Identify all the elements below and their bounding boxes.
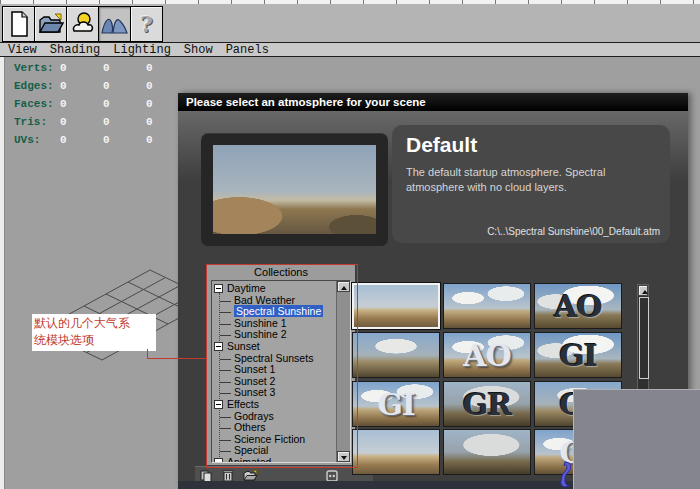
tree-dash-icon xyxy=(220,324,231,325)
collapse-minus-icon[interactable] xyxy=(214,400,223,409)
menu-panels[interactable]: Panels xyxy=(226,43,269,57)
atmosphere-button[interactable] xyxy=(66,6,98,42)
tree-item-sunset-1[interactable]: Sunset 1 xyxy=(212,364,350,376)
hud-label: Edges: xyxy=(14,80,60,92)
atmosphere-thumbnail[interactable] xyxy=(443,429,531,475)
atmosphere-description: The default startup atmosphere. Spectral… xyxy=(406,165,662,195)
hud-row-edges: Edges: 0 0 0 xyxy=(14,77,189,95)
panel-menubar: View Shading Lighting Show Panels xyxy=(0,42,700,57)
thumbnail-overlay-text: AO xyxy=(535,284,621,328)
tree-label: Others xyxy=(234,421,266,433)
atmosphere-thumbnail[interactable] xyxy=(352,283,440,329)
atmosphere-preview-frame xyxy=(201,133,388,246)
annotation-text-line1: 默认的几个大气系 xyxy=(34,315,154,332)
hud-value: 0 xyxy=(60,134,103,146)
collapse-minus-icon[interactable] xyxy=(214,458,223,463)
tree-label: Godrays xyxy=(234,410,274,422)
tree-dash-icon xyxy=(220,301,231,302)
atmosphere-preview-image xyxy=(213,145,376,234)
tree-label: Sunset xyxy=(227,340,260,352)
hud-value: 0 xyxy=(103,116,146,128)
tree-item-sunset-2[interactable]: Sunset 2 xyxy=(212,376,350,388)
tree-label: Science Fiction xyxy=(234,433,305,445)
atmosphere-thumbnail[interactable]: GI xyxy=(534,332,622,378)
sun-cloud-icon xyxy=(70,11,96,37)
hud-row-verts: Verts: 0 0 0 xyxy=(14,59,189,77)
hud-value: 0 xyxy=(60,62,103,74)
arrow-up-icon xyxy=(341,286,347,290)
atmosphere-thumbnail[interactable] xyxy=(352,429,440,475)
tree-label: Sunset 1 xyxy=(234,363,275,375)
tree-item-spectral-sunsets[interactable]: Spectral Sunsets xyxy=(212,353,350,365)
atmosphere-thumbnail[interactable]: GI xyxy=(352,381,440,427)
tree-label: Sunset 3 xyxy=(234,386,275,398)
thumbnail-overlay-text: GR xyxy=(444,382,530,426)
tree-label: Sunset 2 xyxy=(234,375,275,387)
hud-value: 0 xyxy=(103,62,146,74)
open-folder-icon xyxy=(38,12,64,36)
tree-item-effects[interactable]: Effects xyxy=(212,399,350,411)
atmosphere-thumbnail[interactable]: AO xyxy=(534,283,622,329)
tree-dash-icon xyxy=(220,312,231,313)
open-folder-icon xyxy=(243,470,258,482)
hud-value: 0 xyxy=(146,80,189,92)
menu-shading[interactable]: Shading xyxy=(50,43,100,57)
atmosphere-thumbnail[interactable]: GR xyxy=(443,381,531,427)
tree-label: Special xyxy=(234,444,268,456)
atmosphere-file-path: C:\..\Spectral Sunshine\00_Default.atm xyxy=(487,226,660,237)
hud-row-tris: Tris: 0 0 0 xyxy=(14,113,189,131)
tree-scrollbar[interactable] xyxy=(336,281,350,462)
tree-label: Daytime xyxy=(227,282,266,294)
hud-label: Faces: xyxy=(14,98,60,110)
tree-item-animated[interactable]: Animated xyxy=(212,457,350,463)
tree-item-science-fiction[interactable]: Science Fiction xyxy=(212,434,350,446)
atmosphere-thumbnail[interactable]: AO xyxy=(443,332,531,378)
scrollbar-thumb[interactable] xyxy=(639,297,649,379)
tree-dash-icon xyxy=(220,393,231,394)
tree-dash-icon xyxy=(220,370,231,371)
arrow-down-icon xyxy=(341,456,347,460)
hud-value: 0 xyxy=(60,116,103,128)
tree-label: Spectral Sunsets xyxy=(234,352,313,364)
menu-view[interactable]: View xyxy=(8,43,37,57)
main-toolbar: ? xyxy=(0,4,700,43)
scroll-up-button[interactable] xyxy=(638,285,648,296)
menu-lighting[interactable]: Lighting xyxy=(113,43,171,57)
annotation-connector-horizontal xyxy=(147,358,207,359)
thumbnail-overlay-text xyxy=(353,333,439,377)
annotation-text-line2: 统模块选项 xyxy=(34,332,154,349)
collapse-minus-icon[interactable] xyxy=(214,284,223,293)
tree-dash-icon xyxy=(220,440,231,441)
tree-dash-icon xyxy=(220,451,231,452)
atmosphere-thumbnail[interactable] xyxy=(443,283,531,329)
hud-value: 0 xyxy=(103,80,146,92)
mouse-cursor-icon xyxy=(556,460,578,488)
help-button[interactable]: ? xyxy=(130,6,163,42)
tree-item-godrays[interactable]: Godrays xyxy=(212,411,350,423)
dialog-title: Please select an atmosphere for your sce… xyxy=(178,93,688,111)
atmosphere-thumbnail[interactable] xyxy=(352,332,440,378)
poly-count-hud: Verts: 0 0 0 Edges: 0 0 0 Faces: 0 0 0 T… xyxy=(14,59,189,149)
application-window: ? View Shading Lighting Show Panels Vert… xyxy=(0,0,700,489)
hud-row-uvs: UVs: 0 0 0 xyxy=(14,131,189,149)
hud-value: 0 xyxy=(146,62,189,74)
hud-label: Tris: xyxy=(14,116,60,128)
collections-panel: Collections Daytime Bad Weather Spectral… xyxy=(207,264,355,465)
app-logo-button[interactable] xyxy=(98,6,130,42)
tree-label: Sunshine 1 xyxy=(234,317,287,329)
new-document-button[interactable] xyxy=(2,6,34,42)
toolbar-button-group: ? xyxy=(2,6,163,42)
menu-show[interactable]: Show xyxy=(184,43,213,57)
viewport-left-edge xyxy=(0,57,5,489)
thumbnail-overlay-text: GI xyxy=(353,382,439,426)
scroll-down-button[interactable] xyxy=(337,451,350,462)
tree-dash-icon xyxy=(220,359,231,360)
atmosphere-info-panel: Default The default startup atmosphere. … xyxy=(392,125,670,243)
scroll-up-button[interactable] xyxy=(337,281,350,292)
open-file-button[interactable] xyxy=(34,6,66,42)
tree-label: Bad Weather xyxy=(234,294,295,306)
thumbnail-overlay-text: GI xyxy=(535,333,621,377)
thumbnail-overlay-text xyxy=(354,285,438,327)
collapse-minus-icon[interactable] xyxy=(214,342,223,351)
empty-tooltip-popup xyxy=(573,389,700,489)
